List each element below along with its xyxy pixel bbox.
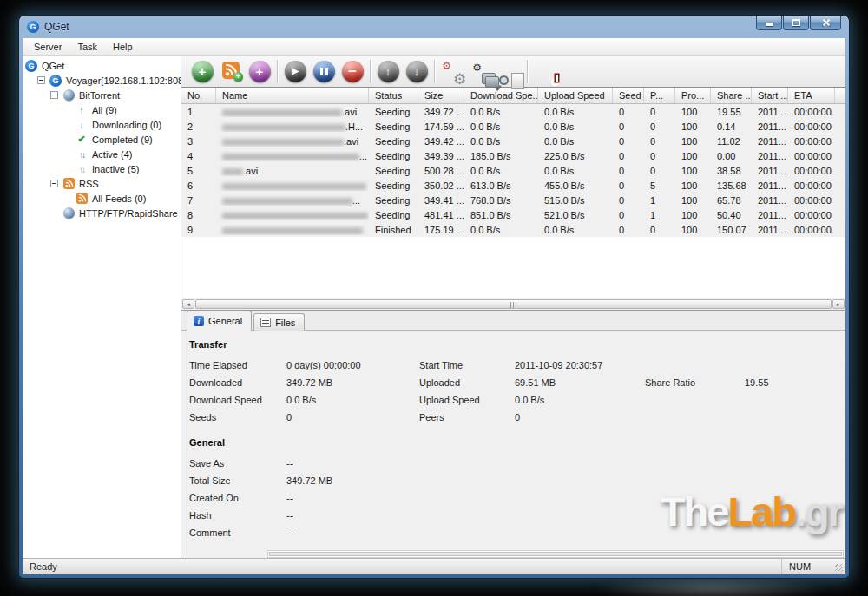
tree-item-bittorrent[interactable]: BitTorrent [23, 88, 181, 102]
start-button[interactable]: ▶ [283, 59, 307, 83]
collapse-toggle-icon[interactable] [50, 180, 58, 187]
scroll-right-icon[interactable]: ► [832, 299, 845, 309]
cell-pro: 100 [675, 210, 711, 220]
tree-item-completed-9[interactable]: ✔Completed (9) [23, 132, 181, 147]
column-header-eta[interactable]: ETA [788, 88, 835, 103]
remove-button[interactable]: − [340, 59, 365, 83]
field-label: Peers [419, 412, 515, 422]
cell-p: 0 [644, 225, 675, 235]
tree-item-rss[interactable]: RSS [23, 176, 181, 191]
tree-item-all-9[interactable]: ↑All (9) [23, 102, 181, 117]
table-row[interactable]: 3.aviSeeding349.42 ...0.0 B/s0.0 B/s0010… [181, 134, 845, 148]
cell-upload_speed: 0.0 B/s [538, 107, 613, 117]
table-horizontal-scrollbar[interactable]: ◄ ► [181, 298, 845, 310]
column-header-no[interactable]: No. [181, 88, 216, 103]
column-header-share[interactable]: Share ... [711, 88, 752, 103]
name-suffix: .avi [344, 136, 358, 147]
column-header-start[interactable]: Start ... [752, 88, 788, 103]
field-label: Downloaded [189, 377, 286, 388]
field-label: Seeds [189, 412, 286, 422]
main-area: +++▶−↑↓⚙⚙⚙ No.NameStatusSizeDownload Spe… [181, 56, 845, 558]
content: GQGetGVoyager[192.168.1.102:8080]BitTorr… [23, 56, 845, 558]
menu-item-help[interactable]: Help [105, 40, 141, 54]
rss-plus-icon: + [222, 62, 240, 82]
settings-button[interactable]: ⚙⚙ [440, 59, 464, 83]
tab-files-label: Files [275, 318, 295, 328]
table-row[interactable]: 6Seeding350.02 ...613.0 B/s455.0 B/s0510… [181, 178, 845, 193]
cell-upload_speed: 0.0 B/s [538, 166, 613, 176]
tree-item-label: Voyager[192.168.1.102:8080] [66, 75, 181, 86]
tree-item-all-feeds-0[interactable]: All Feeds (0) [23, 191, 181, 206]
resize-grip[interactable] [832, 559, 845, 574]
panel-horizontal-scrollbar[interactable] [267, 550, 844, 558]
cell-eta: 00:00:00 [788, 151, 835, 161]
field-label: Start Time [419, 360, 515, 370]
tree-item-inactive-5[interactable]: ↑↓Inactive (5) [23, 161, 181, 176]
column-header-status[interactable]: Status [369, 88, 418, 103]
menu-item-server[interactable]: Server [26, 40, 69, 54]
field-value: -- [286, 510, 419, 521]
tab-files[interactable]: Files [253, 313, 305, 331]
cell-status: Seeding [369, 210, 418, 220]
move-up-button[interactable]: ↑ [376, 59, 400, 83]
redacted-name-blur [222, 227, 363, 234]
table-row[interactable]: 1.aviSeeding349.72 ...0.0 B/s0.0 B/s0010… [181, 104, 845, 119]
column-header-p[interactable]: P... [644, 88, 675, 103]
collapse-toggle-icon[interactable] [50, 91, 58, 99]
panel-scrollbar-thumb[interactable] [269, 552, 842, 556]
titlebar[interactable]: G QGet [19, 16, 849, 38]
exit-button[interactable] [533, 59, 557, 83]
cell-download_speed: 0.0 B/s [464, 121, 538, 132]
column-header-pro[interactable]: Pro... [675, 88, 711, 103]
tree-item-voyager-192-168-1-102-8080[interactable]: GVoyager[192.168.1.102:8080] [23, 73, 181, 88]
field-value: 0 [286, 412, 419, 422]
add-download-button[interactable]: + [190, 59, 214, 83]
column-header-upload-speed[interactable]: Upload Speed [538, 88, 613, 103]
minimize-button[interactable] [756, 16, 782, 30]
server-settings-button[interactable]: ⚙ [469, 59, 493, 83]
table-row[interactable]: 7...Seeding349.41 ...768.0 B/s515.0 B/s0… [181, 193, 845, 207]
view-log-button[interactable] [497, 59, 522, 83]
qget-logo-icon: G [49, 74, 62, 87]
rss-icon [62, 177, 76, 190]
cell-start: 2011... [752, 121, 788, 132]
cell-name [216, 180, 369, 191]
cell-status: Seeding [369, 151, 418, 161]
field-label: Total Size [189, 475, 286, 486]
tree-item-qget[interactable]: GQGet [23, 58, 181, 73]
menu-item-task[interactable]: Task [69, 40, 105, 54]
add-rss-feed-button[interactable]: + [219, 59, 243, 83]
cell-status: Seeding [369, 107, 418, 117]
scrollbar-thumb[interactable] [195, 299, 832, 309]
cell-share: 38.58 [711, 166, 752, 176]
add-url-download-button[interactable]: + [247, 59, 272, 83]
maximize-button[interactable] [783, 16, 809, 30]
pause-button[interactable] [312, 59, 336, 83]
cell-pro: 100 [675, 107, 711, 117]
table-row[interactable]: 4...Seeding349.39 ...185.0 B/s225.0 B/s0… [181, 148, 845, 163]
cell-upload_speed: 225.0 B/s [538, 151, 613, 161]
cell-no: 5 [181, 166, 216, 176]
table-row[interactable]: 8Seeding481.41 ...851.0 B/s521.0 B/s0110… [181, 207, 845, 222]
cell-pro: 100 [675, 195, 711, 206]
tree-item-downloading-0[interactable]: ↓Downloading (0) [23, 117, 181, 132]
cell-no: 3 [181, 136, 216, 147]
column-header-download-spe[interactable]: Download Spe... [464, 88, 538, 103]
tab-general[interactable]: i General [187, 311, 252, 331]
tree-item-http-ftp-rapidshare[interactable]: HTTP/FTP/RapidShare [23, 206, 181, 220]
collapse-toggle-icon[interactable] [37, 76, 45, 84]
table-row[interactable]: 2.H...Seeding174.59 ...0.0 B/s0.0 B/s001… [181, 119, 845, 134]
tree-item-active-4[interactable]: ↑↓Active (4) [23, 147, 181, 161]
cell-download_speed: 0.0 B/s [464, 136, 538, 147]
table-row[interactable]: 9Finished175.19 ...0.0 B/s0.0 B/s0010015… [181, 222, 845, 237]
close-button[interactable] [810, 16, 841, 30]
column-header-size[interactable]: Size [418, 88, 464, 103]
scroll-left-icon[interactable]: ◄ [182, 299, 194, 309]
field-value: 349.72 MB [286, 377, 419, 388]
column-header-seed[interactable]: Seed [613, 88, 644, 103]
column-header-name[interactable]: Name [216, 88, 369, 103]
table-row[interactable]: 5.aviSeeding500.28 ...0.0 B/s0.0 B/s0010… [181, 163, 845, 178]
move-down-button[interactable]: ↓ [404, 59, 429, 83]
cell-share: 65.78 [711, 195, 752, 206]
cell-status: Seeding [369, 166, 418, 176]
